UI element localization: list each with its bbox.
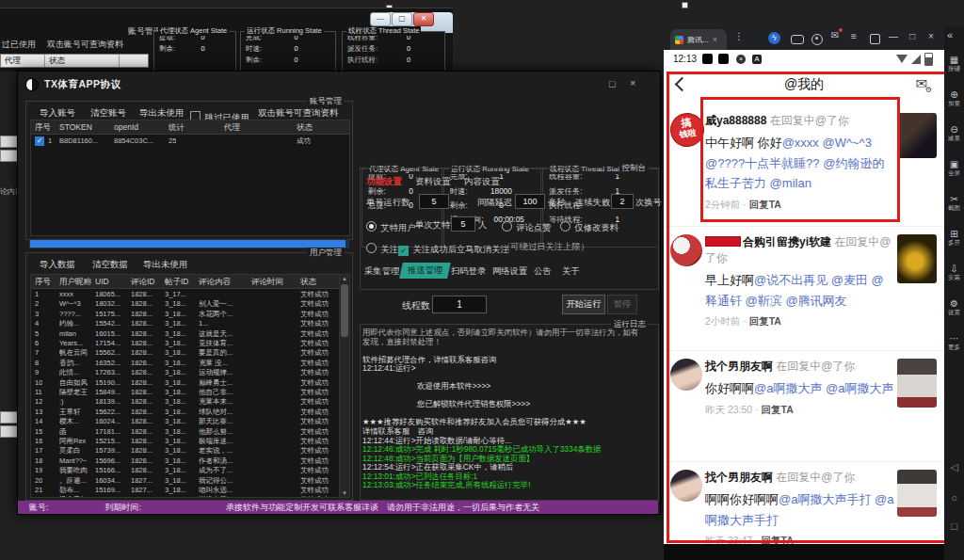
gamepad-icon[interactable] <box>791 35 804 44</box>
tab-close-icon[interactable]: × <box>713 35 717 44</box>
comment-thumbnail[interactable] <box>897 234 937 283</box>
username[interactable]: 找个男朋友啊 <box>705 360 773 373</box>
avatar[interactable] <box>670 234 702 266</box>
reply-button[interactable]: 回复TA <box>749 199 781 210</box>
run-log[interactable]: 用即代表你同意上述观点，否则请立即关闭软件）请勿用于一切非法行为，如有发现，直接… <box>362 328 654 500</box>
column-header[interactable]: 统计 <box>169 122 185 134</box>
radio-icon[interactable] <box>560 221 570 232</box>
table-row[interactable]: 20。辞遍...16034...1827...3_18...我记得公...艾特成… <box>31 475 340 485</box>
bg-skip-used-label[interactable]: 过已使用 <box>2 39 36 51</box>
clear-accounts-button[interactable]: 清空账号 <box>90 107 126 120</box>
close-icon[interactable]: ✕ <box>413 12 434 26</box>
import-data-button[interactable]: 导入数据 <box>40 259 75 271</box>
tab-function-settings[interactable]: 功能设置 <box>366 176 402 188</box>
thread-count-input[interactable]: 1 <box>432 296 487 313</box>
tab-collect-manage[interactable]: 采集管理 <box>364 265 399 278</box>
username[interactable]: 合购引留携yi软建 <box>743 235 831 248</box>
sidebar-item-按键[interactable]: ▦按键 <box>944 55 964 72</box>
sidebar-item-截图[interactable]: ✂截图 <box>944 194 964 212</box>
checkbox-icon[interactable]: ✓ <box>398 246 409 256</box>
at-user-radio[interactable]: 艾特用户 <box>366 217 416 234</box>
mention-link[interactable]: @a啊撒大声 @a啊撒大声 <box>754 381 893 395</box>
like-radio[interactable]: 评论点赞 <box>502 217 552 234</box>
row-checkbox[interactable]: ✓ <box>35 136 44 146</box>
at-once-input[interactable]: 5 <box>451 216 475 232</box>
column-header[interactable]: 状态 <box>300 277 316 288</box>
run-count-input[interactable]: 5 <box>419 194 449 209</box>
android-back-icon[interactable]: ◁ <box>944 461 964 473</box>
pause-button[interactable]: 暂停 <box>607 295 637 314</box>
account-table[interactable]: 序号STOKENopenId统计代理状态 ✓1B8D81160...8854C0… <box>30 120 350 236</box>
column-header[interactable]: 评论ID <box>131 277 155 288</box>
table-row[interactable]: 6Years...17154...1828...3_18...竞技体育...艾特… <box>31 338 340 347</box>
table-row[interactable]: 22设个青年1430018273_18巅峰内蒙...艾特成功 <box>31 494 340 497</box>
sidebar-item-更多[interactable]: ⋯更多 <box>944 333 964 351</box>
comment-item[interactable]: 合购引留携yi软建 在回复中@了你早上好啊@说不出再见 @麦田 @释通钎 @靳滨… <box>664 226 944 227</box>
column-header[interactable]: 序号 <box>35 122 51 134</box>
username[interactable]: 找个男朋友啊 <box>705 471 773 484</box>
table-row[interactable]: 21勒布...15169...1827...3_18...咱叫永远...艾特成功 <box>31 485 340 494</box>
comment-thumbnail[interactable] <box>897 470 937 517</box>
sidebar-item-多开[interactable]: ⊞多开 <box>944 229 964 247</box>
table-row[interactable]: 9此情...17263...1828...3_18...运动规律...艾特成功 <box>31 367 340 376</box>
table-row[interactable]: 11隔壁老王15849...1828...3_18...他自己非...艾特成功 <box>31 387 340 396</box>
tab-network-settings[interactable]: 网络设置 <box>492 265 527 278</box>
radio-icon[interactable] <box>366 221 377 232</box>
scroll-down-icon[interactable]: ▼ <box>340 490 349 496</box>
column-header[interactable]: 用户昵称 <box>59 277 91 288</box>
close-icon[interactable]: × <box>924 31 938 42</box>
sync-icon[interactable] <box>870 34 880 44</box>
profile-only-radio[interactable]: 仅修改资料 <box>560 217 619 234</box>
scroll-up-icon[interactable]: ▲ <box>340 276 349 281</box>
avatar[interactable] <box>670 470 702 502</box>
message-settings-icon[interactable]: ✉⚙ <box>915 75 927 92</box>
comment-thumbnail[interactable] <box>897 359 937 408</box>
table-row[interactable]: 17莫柔白15739...1828...3_18...老实说，...艾特成功 <box>31 445 340 455</box>
table-row[interactable]: 14樱木...16024...1828...3_18...那天比赛...艾特成功 <box>31 416 340 425</box>
tab-push-manage[interactable]: 推送管理 <box>399 263 451 279</box>
sidebar-item-全屏[interactable]: ▣全屏 <box>944 159 964 177</box>
selection-handle[interactable] <box>682 2 688 8</box>
sidebar-item-设置[interactable]: ⚙设置 <box>944 298 964 316</box>
maximize-icon[interactable]: ▢ <box>392 12 412 26</box>
sidebar-item-安装[interactable]: ⇩安装 <box>944 264 964 281</box>
scrollbar-thumb[interactable] <box>341 284 348 337</box>
unfollow-checkbox[interactable]: ✓ 关注成功后立马取消关注 <box>398 239 509 256</box>
table-row[interactable]: ✓1B8D81160...8854C03C...25成功 <box>31 136 349 145</box>
export-unused-data-button[interactable]: 导出未使用 <box>143 259 188 271</box>
user-table[interactable]: 序号用户昵称UID评论ID帖子ID评论内容评论时间状态 1xxxx18065..… <box>30 274 350 498</box>
table-row[interactable]: 15函17181...1828...3_18...他那么努...艾特成功 <box>31 426 340 436</box>
avatar[interactable]: 搞钱啦 <box>668 111 707 150</box>
export-unused-button[interactable]: 导出未使用 <box>139 107 185 120</box>
start-run-button[interactable]: 开始运行 <box>562 295 605 314</box>
minimize-icon[interactable]: — <box>370 12 391 26</box>
browser-tab[interactable]: 腾讯... × <box>670 29 727 50</box>
comment-item[interactable]: 找个男朋友啊 在回复中@了你你好啊啊@a啊撒大声 @a啊撒大声昨天 23:50 … <box>664 350 944 351</box>
user-icon[interactable] <box>811 34 823 45</box>
table-row[interactable]: 12:)18139...1828...3_18...克莱本来...艾特成功 <box>31 396 340 406</box>
follow-radio[interactable]: 关注 <box>366 239 398 256</box>
tab-profile-settings[interactable]: 资料设置 <box>415 176 451 188</box>
maximize-icon[interactable]: □ <box>906 31 919 42</box>
tab-qr-login[interactable]: 扫码登录 <box>451 265 486 278</box>
column-header[interactable]: 评论时间 <box>251 277 283 288</box>
tab-about[interactable]: 关于 <box>562 265 580 278</box>
table-row[interactable]: 19我要吃肉15166...1828...3_18...成为不了...艾特成功 <box>31 465 340 474</box>
radio-icon[interactable] <box>366 243 377 253</box>
table-row[interactable]: 7帆在云间15562...1828...3_18...要是真的...艾特成功 <box>31 347 340 357</box>
menu-icon[interactable]: ≡ <box>847 31 860 42</box>
column-header[interactable]: openId <box>114 122 138 132</box>
reply-button[interactable]: 回复TA <box>762 535 794 544</box>
scrollbar[interactable]: ▲ ▼ <box>339 275 349 497</box>
maximize-icon[interactable]: □ <box>609 79 616 89</box>
column-header[interactable]: 状态 <box>297 122 313 134</box>
tab-content-settings[interactable]: 内容设置 <box>464 176 500 188</box>
reply-button[interactable]: 回复TA <box>749 315 781 327</box>
sidebar-item-减量[interactable]: ⊖减量 <box>944 124 964 142</box>
username[interactable]: 威ya888888 <box>705 114 766 127</box>
table-row[interactable]: 8香韵...16352...1828...3_18...克莱 没...艾特成功 <box>31 358 340 367</box>
reply-button[interactable]: 回复TA <box>762 404 794 415</box>
fail-input[interactable]: 2 <box>611 194 634 209</box>
import-accounts-button[interactable]: 导入账号 <box>40 107 75 120</box>
table-row[interactable]: 10自由如风15190...1828...3_18...巅峰勇士...艾特成功 <box>31 377 340 387</box>
